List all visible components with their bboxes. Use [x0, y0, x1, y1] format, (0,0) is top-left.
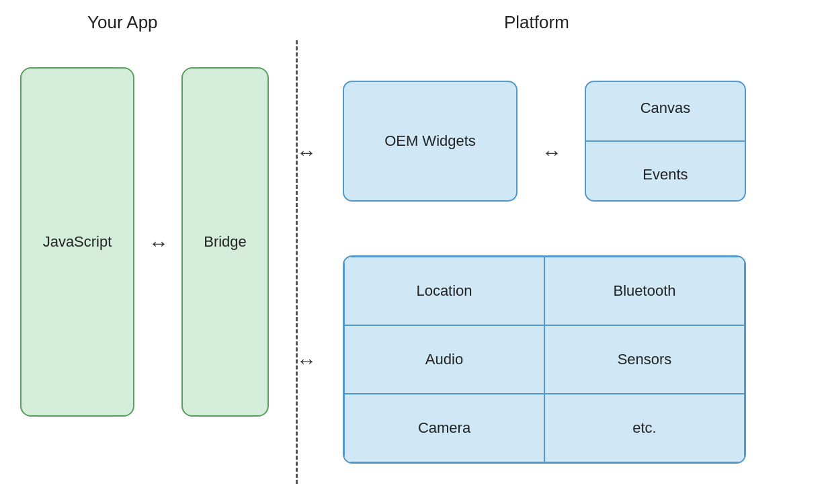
events-label: Events [643, 166, 688, 183]
arrow-oem-canvas: ↔ [518, 141, 585, 164]
diagram-container: Your App Platform JavaScript Bridge ↔ ↔ … [0, 0, 828, 504]
arrow-bridge-platform-bottom: ↔ [269, 349, 343, 372]
arrow-js-bridge: ↔ [134, 232, 181, 255]
arrow-bridge-platform-top: ↔ [269, 141, 343, 164]
canvas-events-box: Canvas Events [585, 81, 746, 202]
canvas-item: Canvas [586, 82, 745, 134]
api-cell-sensors: Sensors [544, 325, 745, 394]
camera-label: Camera [418, 419, 470, 437]
api-cell-camera: Camera [344, 394, 544, 462]
bidirectional-arrow-bottom: ↔ [296, 349, 315, 372]
bidirectional-arrow-js-bridge: ↔ [149, 232, 167, 255]
your-app-label: Your App [87, 12, 158, 33]
sensors-label: Sensors [618, 351, 672, 368]
javascript-label: JavaScript [43, 233, 112, 251]
bidirectional-arrow-top: ↔ [296, 141, 315, 164]
api-cell-bluetooth: Bluetooth [544, 257, 745, 325]
platform-label: Platform [504, 12, 569, 33]
location-label: Location [416, 282, 472, 300]
oem-widgets-label: OEM Widgets [384, 132, 476, 150]
api-cell-location: Location [344, 257, 544, 325]
etc-label: etc. [632, 419, 656, 437]
canvas-label: Canvas [640, 99, 691, 117]
divider-line [296, 40, 298, 484]
api-cell-etc: etc. [544, 394, 745, 462]
api-grid-box: Location Bluetooth Audio Sensors Camera … [343, 255, 746, 464]
oem-widgets-box: OEM Widgets [343, 81, 518, 202]
audio-label: Audio [425, 351, 463, 368]
api-cell-audio: Audio [344, 325, 544, 394]
bluetooth-label: Bluetooth [614, 282, 676, 300]
javascript-box: JavaScript [20, 67, 134, 417]
bidirectional-arrow-oem-canvas: ↔ [542, 141, 561, 164]
bridge-box: Bridge [181, 67, 269, 417]
events-item: Events [586, 149, 745, 200]
bridge-label: Bridge [204, 233, 247, 251]
canvas-events-divider [586, 140, 745, 142]
